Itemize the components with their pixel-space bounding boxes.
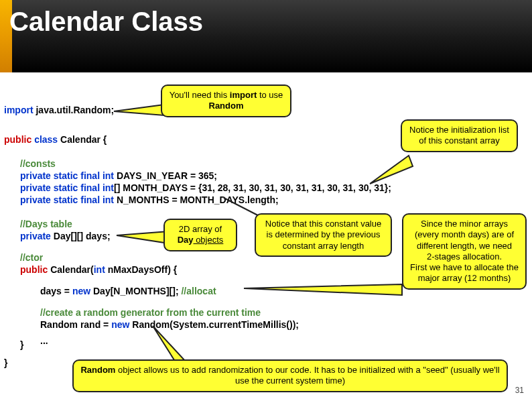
slide-title: Calendar Class <box>0 0 532 37</box>
callout-stages-alloc: Since the minor arrays (every month days… <box>402 213 527 290</box>
code-comment-random: //create a random generator from the cur… <box>40 307 261 318</box>
code-line-month-days: private static final int[] MONTH_DAYS = … <box>20 182 391 193</box>
code-line-close1: } <box>20 339 23 350</box>
code-comment-days-table: //Days table <box>20 219 72 229</box>
code-line-ctor: public Calendar(int nMaxDaysOff) { <box>20 264 177 275</box>
callout-tail <box>367 154 415 188</box>
code-line-import: import java.util.Random; <box>4 105 114 115</box>
page-number: 31 <box>515 386 524 395</box>
code-line-close2: } <box>4 357 7 368</box>
slide-content: import java.util.Random; public class Ca… <box>0 72 532 399</box>
slide-header: Calendar Class <box>0 0 532 72</box>
callout-random-object: Random object allows us to add randomiza… <box>72 359 508 392</box>
code-comment-ctor: //ctor <box>20 252 43 263</box>
callout-tail <box>241 283 407 296</box>
code-comment-consts: //consts <box>20 158 56 169</box>
code-line-dots: ... <box>40 335 48 346</box>
code-line-days-field: private Day[][] days; <box>20 231 111 241</box>
code-line-days-in-year: private static final int DAYS_IN_YEAR = … <box>20 170 217 181</box>
callout-import: You'll need this import to use Random <box>161 84 291 117</box>
code-line-days-alloc: days = new Day[N_MONTHS][]; //allocat <box>40 286 216 296</box>
callout-constant-value: Notice that this constant value is deter… <box>255 213 392 257</box>
callout-2d-array: 2D array of Day objects <box>163 219 237 251</box>
code-line-class: public class Calendar { <box>4 134 107 145</box>
callout-init-list: Notice the initialization list of this c… <box>401 119 518 152</box>
